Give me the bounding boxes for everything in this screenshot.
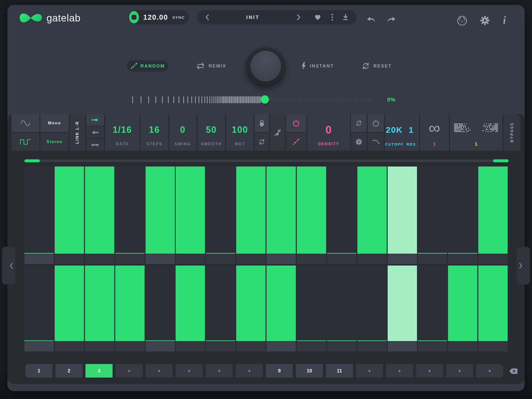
step-cell[interactable] [24, 266, 54, 341]
step-cell[interactable] [236, 266, 266, 341]
step-handle[interactable] [85, 254, 114, 264]
step-cell[interactable] [176, 166, 205, 254]
step-handle[interactable] [176, 342, 205, 351]
step-handle[interactable] [115, 254, 145, 264]
step-cell[interactable] [115, 166, 145, 254]
step-handle[interactable] [478, 342, 508, 351]
step-handle[interactable] [266, 254, 296, 264]
step-cell[interactable] [297, 266, 326, 341]
step-handle[interactable] [478, 254, 508, 264]
instant-mode-button[interactable]: INSTANT [301, 61, 334, 71]
step-cell[interactable] [85, 166, 114, 254]
bpm-display[interactable]: 120.00 [143, 13, 168, 21]
reset-button[interactable]: RESET [362, 61, 392, 71]
step-handle[interactable] [236, 342, 266, 351]
loop-length-cell[interactable]: ∞ 1 [420, 114, 449, 151]
page-button-3[interactable]: 3 [85, 364, 113, 378]
step-handle[interactable] [448, 342, 477, 351]
settings-button[interactable] [478, 14, 492, 27]
randomize-slider[interactable]: 0% [7, 92, 525, 107]
square-shape-button[interactable] [12, 133, 39, 151]
remix-mode-button[interactable]: REMIX [196, 61, 226, 71]
step-handle[interactable] [206, 254, 235, 264]
add-page-button[interactable]: + [386, 364, 413, 378]
step-handle[interactable] [55, 342, 84, 351]
step-handle[interactable] [146, 342, 175, 351]
page-next-tab[interactable] [517, 247, 530, 284]
smooth-param[interactable]: 50 SMOOTH [198, 114, 225, 151]
midi-button[interactable] [455, 14, 469, 28]
add-page-button[interactable]: + [176, 364, 203, 378]
mono-button[interactable]: Mono [40, 114, 69, 132]
step-cell[interactable] [236, 166, 266, 254]
filter-type-button[interactable] [368, 133, 384, 151]
save-preset-button[interactable] [340, 12, 351, 22]
info-button[interactable]: i [501, 14, 507, 27]
random-mode-button[interactable]: RANDOM [127, 60, 168, 72]
rate-param[interactable]: 1/16 RATE [105, 114, 140, 151]
step-cell[interactable] [357, 266, 387, 341]
step-handle[interactable] [357, 254, 387, 264]
step-handle[interactable] [55, 254, 84, 264]
wet-param[interactable]: 100 WET [226, 114, 254, 151]
step-handle[interactable] [115, 342, 145, 351]
step-cell[interactable] [478, 266, 508, 341]
add-page-button[interactable]: + [206, 364, 233, 378]
density-random-button[interactable] [286, 133, 306, 151]
step-handle[interactable] [418, 254, 447, 264]
step-handle[interactable] [24, 342, 54, 351]
bypass-button[interactable]: BYPASS [503, 114, 520, 151]
step-cell[interactable] [85, 266, 114, 341]
step-cell[interactable] [297, 166, 326, 254]
prev-preset-button[interactable] [203, 12, 212, 22]
add-page-button[interactable]: + [356, 364, 383, 378]
step-handle[interactable] [24, 254, 54, 264]
step-handle[interactable] [448, 254, 477, 264]
step-refresh-button[interactable] [255, 133, 269, 151]
step-cell[interactable] [146, 166, 175, 254]
sync-toggle[interactable]: SYNC [172, 15, 185, 19]
step-handle[interactable] [388, 342, 417, 351]
page-button-9[interactable]: 9 [266, 364, 293, 378]
undo-button[interactable] [365, 15, 378, 25]
lock-button[interactable] [255, 114, 269, 132]
mute-button[interactable] [270, 114, 285, 151]
step-handle[interactable] [85, 342, 114, 351]
step-cell[interactable] [388, 266, 417, 341]
step-handle[interactable] [327, 254, 356, 264]
step-cell[interactable] [266, 266, 296, 341]
delete-page-button[interactable] [507, 366, 519, 376]
page-button-2[interactable]: 2 [55, 364, 83, 378]
step-handle[interactable] [357, 342, 387, 351]
steps-param[interactable]: 16 STEPS [141, 114, 168, 151]
page-button-11[interactable]: 11 [326, 364, 353, 378]
step-cell[interactable] [448, 266, 477, 341]
step-cell[interactable] [55, 266, 84, 341]
step-handle[interactable] [418, 342, 447, 351]
add-page-button[interactable]: + [416, 364, 443, 378]
step-handle[interactable] [146, 254, 175, 264]
step-handle[interactable] [206, 342, 235, 351]
add-page-button[interactable]: + [476, 364, 503, 378]
step-cell[interactable] [357, 166, 387, 254]
step-cell[interactable] [418, 266, 447, 341]
loop-start-handle[interactable] [24, 159, 40, 162]
step-handle[interactable] [266, 342, 296, 351]
add-page-button[interactable]: + [146, 364, 173, 378]
noise-morph-cell[interactable]: 1 [450, 114, 503, 151]
page-button-1[interactable]: 1 [25, 364, 52, 378]
density-param[interactable]: 0 DENSITY [307, 114, 350, 151]
filter-refresh-button[interactable] [351, 114, 367, 132]
filter-power-button[interactable] [368, 114, 384, 132]
forward-direction-button[interactable] [86, 114, 104, 126]
add-page-button[interactable]: + [446, 364, 473, 378]
loop-end-handle[interactable] [493, 159, 509, 162]
link-lr-button[interactable]: LINK L-R [70, 114, 85, 151]
step-handle[interactable] [236, 254, 266, 264]
step-cell[interactable] [388, 166, 417, 254]
gate-lane-right[interactable] [24, 266, 509, 341]
morph-knob[interactable] [246, 47, 285, 86]
step-cell[interactable] [206, 166, 235, 254]
step-cell[interactable] [448, 166, 477, 254]
add-page-button[interactable]: + [236, 364, 263, 378]
